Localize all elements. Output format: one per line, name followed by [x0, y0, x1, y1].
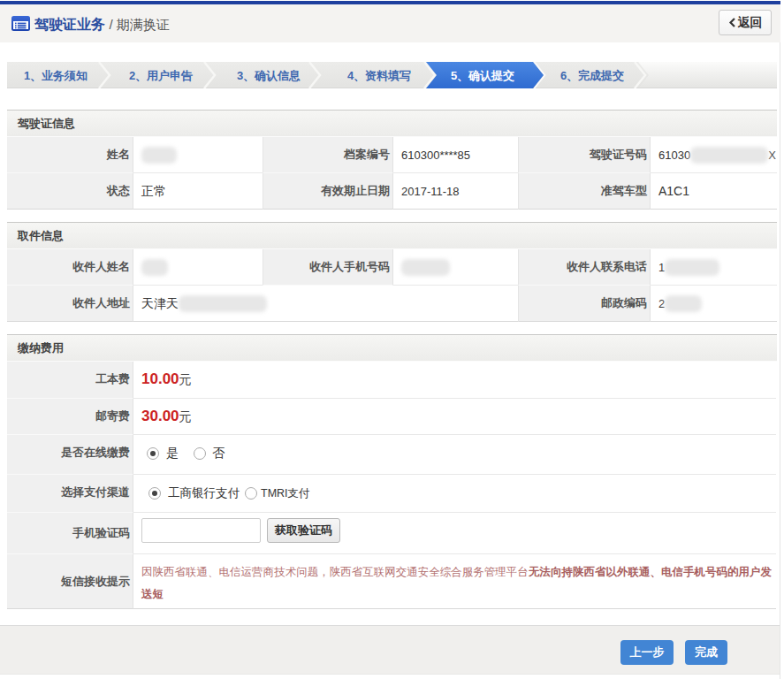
- svg-text:1、业务须知: 1、业务须知: [24, 69, 88, 82]
- svg-text:6、完成提交: 6、完成提交: [560, 69, 624, 82]
- svg-text:5、确认提交: 5、确认提交: [451, 69, 514, 82]
- svg-text:3、确认信息: 3、确认信息: [237, 69, 301, 82]
- svg-text:2、用户申告: 2、用户申告: [129, 69, 193, 82]
- svg-text:4、资料填写: 4、资料填写: [347, 69, 411, 82]
